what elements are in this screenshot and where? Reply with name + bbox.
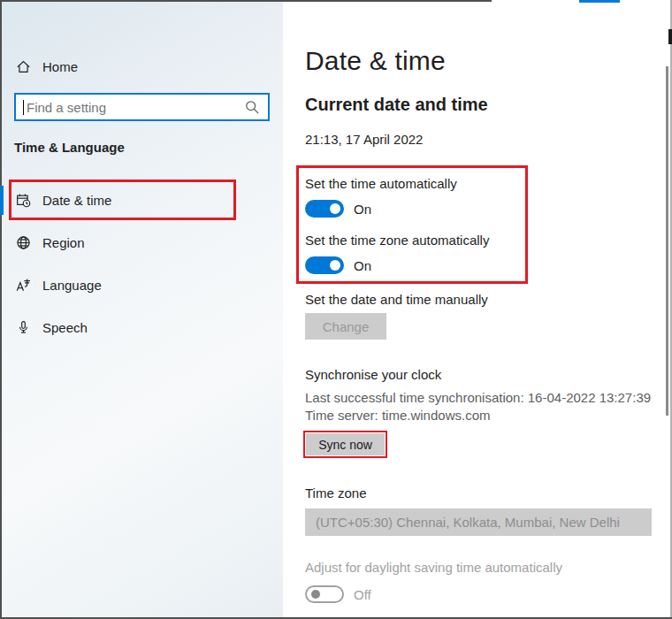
set-timezone-automatically-toggle[interactable] xyxy=(305,256,344,274)
toggle-knob xyxy=(311,590,320,599)
home-label: Home xyxy=(42,59,78,74)
window-frame-top xyxy=(0,0,492,2)
window-frame-right-notch xyxy=(668,29,672,44)
sync-now-button[interactable]: Sync now xyxy=(306,433,385,455)
sidebar-item-label: Region xyxy=(42,235,85,250)
set-timezone-automatically-state: On xyxy=(354,258,371,273)
selected-item-accent-bar xyxy=(0,186,4,215)
toggle-knob xyxy=(330,203,340,214)
dst-state: Off xyxy=(354,587,371,602)
sidebar-item-speech[interactable]: Speech xyxy=(0,308,256,347)
main-content: Date & time Current date and time 21:13,… xyxy=(283,0,670,619)
search-box xyxy=(14,93,270,121)
text-caret xyxy=(23,100,24,115)
sidebar: Home Time & Language Date & time xyxy=(0,0,283,619)
region-icon xyxy=(16,235,31,250)
search-input[interactable] xyxy=(27,95,246,119)
sidebar-item-region[interactable]: Region xyxy=(0,223,256,262)
scrollbar-thumb[interactable] xyxy=(666,66,668,416)
dst-label: Adjust for daylight saving time automati… xyxy=(305,560,562,575)
language-icon xyxy=(16,278,31,293)
change-button[interactable]: Change xyxy=(305,313,386,340)
window-frame-top-accent xyxy=(579,0,620,3)
sidebar-item-language[interactable]: Language xyxy=(0,265,256,304)
sidebar-section-title: Time & Language xyxy=(14,140,125,155)
current-datetime-heading: Current date and time xyxy=(305,95,488,115)
date-time-icon xyxy=(16,193,31,208)
settings-window: Settings Home xyxy=(0,0,672,619)
sidebar-item-home[interactable]: Home xyxy=(0,53,203,80)
set-time-automatically-state: On xyxy=(354,202,371,217)
window-frame-left xyxy=(0,0,2,619)
timezone-label: Time zone xyxy=(305,485,366,501)
last-sync-text: Last successful time synchronisation: 16… xyxy=(305,390,651,405)
set-manually-label: Set the date and time manually xyxy=(305,292,488,307)
set-time-automatically-label: Set the time automatically xyxy=(305,176,457,191)
current-datetime-value: 21:13, 17 April 2022 xyxy=(305,132,423,147)
dst-toggle[interactable] xyxy=(305,585,344,603)
speech-icon xyxy=(16,320,31,335)
sync-heading: Synchronise your clock xyxy=(305,367,441,382)
set-time-automatically-toggle[interactable] xyxy=(305,200,344,218)
time-server-text: Time server: time.windows.com xyxy=(305,408,491,423)
home-icon xyxy=(16,59,31,74)
toggle-knob xyxy=(330,260,340,271)
sidebar-item-label: Date & time xyxy=(42,193,111,208)
sidebar-item-label: Language xyxy=(42,278,102,293)
sidebar-item-date-time[interactable]: Date & time xyxy=(0,180,256,219)
timezone-select[interactable]: (UTC+05:30) Chennai, Kolkata, Mumbai, Ne… xyxy=(305,508,652,536)
page-title: Date & time xyxy=(305,46,446,76)
set-timezone-automatically-label: Set the time zone automatically xyxy=(305,233,489,248)
sidebar-item-label: Speech xyxy=(42,320,88,335)
search-icon[interactable] xyxy=(245,100,260,115)
